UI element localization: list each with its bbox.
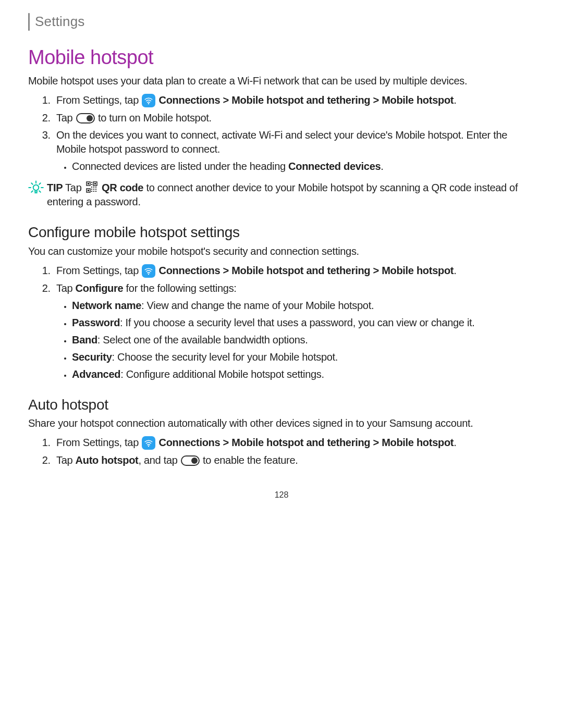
page-number: 128	[28, 489, 535, 501]
breadcrumb-divider	[28, 13, 30, 31]
step-text: From Settings, tap	[56, 94, 141, 106]
svg-rect-14	[93, 189, 94, 190]
step-text: , and tap	[138, 454, 180, 466]
list-item: On the devices you want to connect, acti…	[53, 128, 535, 174]
toggle-icon	[181, 455, 200, 466]
tip-label: TIP	[47, 182, 63, 193]
step-text: .	[454, 94, 456, 106]
step-text: .	[454, 437, 456, 448]
list-item: Band: Select one of the available bandwi…	[72, 333, 535, 347]
step-text: Tap	[56, 454, 76, 466]
step-bold: Auto hotspot	[76, 454, 139, 466]
step-bold: Connections > Mobile hotspot and tetheri…	[159, 437, 454, 448]
svg-rect-9	[91, 184, 92, 185]
svg-rect-15	[95, 189, 96, 190]
tip-pre: Tap	[63, 182, 84, 193]
step-text: for the following settings:	[123, 282, 236, 294]
svg-rect-11	[93, 187, 94, 188]
sub-text: .	[381, 161, 383, 172]
list-item: From Settings, tap Connections > Mobile …	[53, 93, 535, 108]
item-name: Band	[72, 334, 97, 346]
wifi-icon	[142, 94, 155, 107]
item-text: : Configure additional Mobile hotspot se…	[120, 368, 324, 380]
step-text: .	[454, 265, 456, 276]
svg-rect-7	[88, 190, 89, 191]
sub-list: Connected devices are listed under the h…	[56, 159, 535, 174]
svg-point-0	[148, 103, 149, 104]
list-item: From Settings, tap Connections > Mobile …	[53, 264, 535, 278]
hotspot-steps: From Settings, tap Connections > Mobile …	[28, 93, 535, 174]
list-item: Security: Choose the security level for …	[72, 350, 535, 364]
page-title: Mobile hotspot	[28, 44, 535, 71]
svg-rect-3	[88, 183, 89, 184]
svg-rect-5	[94, 183, 96, 184]
wifi-icon	[142, 436, 155, 450]
tip-text: TIP Tap QR code to connect another devic…	[47, 179, 535, 209]
wifi-icon	[142, 264, 155, 278]
svg-rect-10	[91, 187, 92, 188]
sub-bold: Connected devices	[288, 161, 381, 172]
list-item: Advanced: Configure additional Mobile ho…	[72, 367, 535, 381]
list-item: Password: If you choose a security level…	[72, 316, 535, 330]
svg-rect-17	[93, 191, 94, 192]
item-name: Security	[72, 351, 112, 363]
step-text: Tap	[56, 112, 76, 124]
svg-point-20	[148, 446, 149, 447]
toggle-icon	[76, 113, 95, 124]
svg-rect-16	[91, 191, 92, 192]
step-text: Tap	[56, 282, 76, 294]
svg-rect-18	[95, 191, 96, 192]
svg-rect-8	[91, 182, 92, 183]
svg-rect-12	[95, 187, 96, 188]
tip-block: TIP Tap QR code to connect another devic…	[28, 179, 535, 209]
item-text: : Choose the security level for your Mob…	[112, 351, 338, 363]
config-items: Network name: View and change the name o…	[56, 299, 535, 381]
item-text: : Select one of the available bandwidth …	[97, 334, 308, 346]
configure-desc: You can customize your mobile hotspot's …	[28, 244, 535, 258]
qr-code-icon	[85, 181, 98, 193]
step-bold: Configure	[76, 282, 124, 294]
breadcrumb: Settings	[28, 13, 535, 31]
configure-steps: From Settings, tap Connections > Mobile …	[28, 264, 535, 381]
tip-bold: QR code	[102, 182, 143, 193]
step-text: From Settings, tap	[56, 437, 141, 448]
step-bold: Connections > Mobile hotspot and tetheri…	[159, 265, 454, 276]
auto-desc: Share your hotspot connection automatica…	[28, 416, 535, 430]
item-text: : If you choose a security level that us…	[120, 317, 475, 328]
step-bold: Connections > Mobile hotspot and tetheri…	[159, 94, 454, 106]
item-name: Network name	[72, 300, 141, 311]
svg-point-19	[148, 273, 149, 274]
step-text: From Settings, tap	[56, 265, 141, 276]
list-item: Connected devices are listed under the h…	[72, 159, 535, 174]
svg-rect-13	[91, 189, 92, 190]
configure-heading: Configure mobile hotspot settings	[28, 223, 535, 242]
lightbulb-icon	[28, 179, 47, 199]
intro-text: Mobile hotspot uses your data plan to cr…	[28, 74, 535, 88]
list-item: Tap Configure for the following settings…	[53, 281, 535, 381]
step-text: to enable the feature.	[203, 454, 298, 466]
list-item: Network name: View and change the name o…	[72, 299, 535, 313]
list-item: Tap Auto hotspot, and tap to enable the …	[53, 453, 535, 467]
auto-heading: Auto hotspot	[28, 395, 535, 415]
auto-steps: From Settings, tap Connections > Mobile …	[28, 436, 535, 467]
list-item: From Settings, tap Connections > Mobile …	[53, 436, 535, 450]
step-text: On the devices you want to connect, acti…	[56, 129, 507, 155]
list-item: Tap to turn on Mobile hotspot.	[53, 111, 535, 125]
sub-text: Connected devices are listed under the h…	[72, 161, 288, 172]
step-text: to turn on Mobile hotspot.	[98, 112, 212, 124]
svg-point-1	[33, 185, 39, 191]
breadcrumb-label: Settings	[35, 13, 85, 31]
item-text: : View and change the name of your Mobil…	[141, 300, 374, 311]
item-name: Advanced	[72, 368, 120, 380]
item-name: Password	[72, 317, 120, 328]
